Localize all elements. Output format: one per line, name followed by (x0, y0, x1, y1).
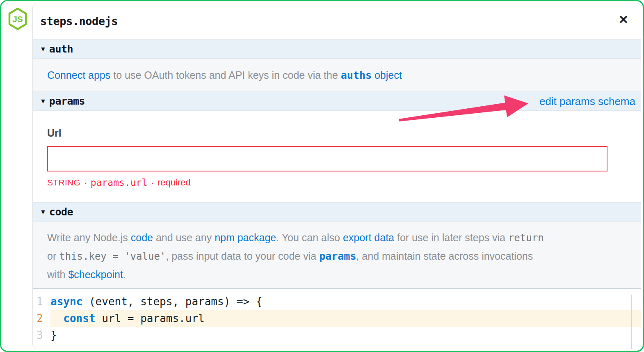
field-type-label: STRING (47, 178, 80, 187)
step-panel: steps.nodejs ✕ ▼ auth Connect apps to us… (32, 3, 641, 349)
code-desc-line: with $checkpoint. (47, 265, 624, 283)
section-label-code: code (49, 206, 73, 218)
code-token: } (50, 329, 57, 341)
chevron-down-icon: ▼ (40, 46, 46, 53)
desc-text: or (47, 250, 59, 262)
checkpoint-link[interactable]: $checkpoint (68, 269, 123, 280)
meta-separator: · (84, 178, 87, 187)
connect-apps-link[interactable]: Connect apps (47, 69, 110, 81)
thiskey-inline-code: this.key = 'value' (59, 251, 166, 262)
line-number-active: 2 (33, 310, 50, 327)
line-number: 3 (33, 327, 50, 344)
field-path-label: params.url (91, 177, 147, 188)
desc-text: . (123, 269, 126, 280)
auth-desc-text: to use OAuth tokens and API keys in code… (110, 69, 340, 81)
field-required-label: required (158, 177, 191, 188)
desc-text: with (47, 269, 68, 280)
url-field-label: Url (47, 127, 62, 139)
code-line: 3 } (33, 327, 641, 344)
code-desc-line: or this.key = 'value', pass input data t… (47, 247, 624, 265)
desc-text: for use in later steps via (394, 232, 508, 243)
return-inline-code: return (508, 232, 544, 244)
auths-object-link[interactable]: object (372, 69, 402, 81)
section-header-code[interactable]: ▼ code (33, 202, 641, 222)
code-line-content: const url = params.url (50, 310, 641, 327)
code-desc-line: Write any Node.js code and use any npm p… (47, 229, 624, 247)
step-editor-card: JS steps.nodejs ✕ ▼ auth Connect apps to… (0, 0, 644, 352)
params-link[interactable]: params (319, 250, 356, 262)
section-label-auth: auth (49, 43, 73, 55)
auths-object-link-code[interactable]: auths (341, 69, 372, 81)
close-icon[interactable]: ✕ (619, 14, 628, 26)
section-label-params: params (49, 95, 85, 107)
code-token: (event, steps, params) => { (82, 295, 262, 308)
desc-text: and use any (153, 232, 215, 243)
edit-params-schema-link[interactable]: edit params schema (539, 95, 635, 108)
url-input[interactable] (47, 146, 607, 171)
url-field-meta: STRING · params.url · required (47, 177, 191, 188)
section-header-params[interactable]: ▼ params edit params schema (33, 91, 641, 111)
desc-text: . You can also (276, 232, 343, 243)
export-data-link[interactable]: export data (343, 232, 394, 243)
code-line-content: async (event, steps, params) => { (50, 293, 641, 310)
line-number: 1 (33, 293, 50, 310)
code-line-content: } (50, 327, 641, 344)
desc-text: Write any Node.js (47, 232, 131, 243)
code-link[interactable]: code (131, 232, 153, 243)
svg-text:JS: JS (12, 14, 23, 24)
nodejs-logo-icon: JS (8, 7, 27, 30)
code-indent (50, 312, 63, 325)
keyword-token: const (63, 312, 95, 325)
meta-separator: · (151, 178, 154, 187)
code-line: 1 async (event, steps, params) => { (33, 293, 641, 310)
auth-description: Connect apps to use OAuth tokens and API… (33, 59, 641, 91)
chevron-down-icon: ▼ (40, 98, 46, 105)
params-body: Url STRING · params.url · required (33, 111, 641, 202)
desc-text: , and maintain state across invocations (356, 250, 533, 262)
code-token: url = params.url (96, 312, 205, 325)
section-header-auth[interactable]: ▼ auth (33, 39, 641, 59)
code-description: Write any Node.js code and use any npm p… (33, 222, 641, 289)
chevron-down-icon: ▼ (40, 209, 46, 215)
editor-scrollbar-divider (631, 295, 632, 349)
panel-header: steps.nodejs ✕ (33, 3, 641, 39)
step-title: steps.nodejs (40, 15, 118, 27)
code-line-active: 2 const url = params.url (33, 310, 641, 327)
code-editor[interactable]: 1 async (event, steps, params) => { 2 co… (33, 290, 641, 349)
keyword-token: async (50, 295, 82, 308)
step-icon-sidebar: JS (1, 1, 32, 351)
desc-text: , pass input data to your code via (166, 250, 319, 262)
npm-package-link[interactable]: npm package (215, 232, 276, 243)
